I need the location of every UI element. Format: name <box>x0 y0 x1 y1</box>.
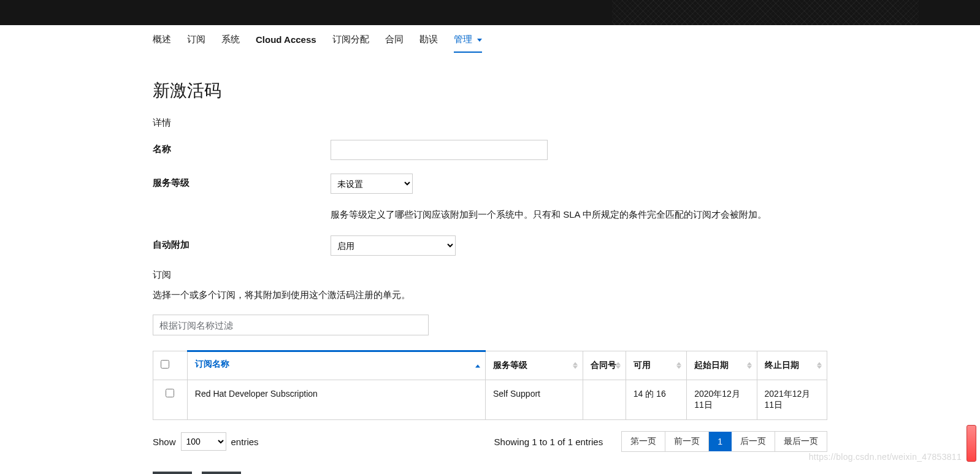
subscriptions-description: 选择一个或多个订阅，将其附加到使用这个激活码注册的单元。 <box>153 289 827 301</box>
page-current-button[interactable]: 1 <box>709 432 732 451</box>
header-service-level[interactable]: 服务等级 <box>485 351 583 380</box>
sort-icon <box>747 362 752 369</box>
page-last-button[interactable]: 最后一页 <box>775 431 827 452</box>
entries-label: entries <box>231 437 259 447</box>
sort-icon <box>817 362 822 369</box>
nav-tab-overview[interactable]: 概述 <box>153 26 171 53</box>
sort-icon <box>475 364 480 367</box>
show-label: Show <box>153 437 176 447</box>
entries-info: Showing 1 to 1 of 1 entries <box>494 437 603 447</box>
cell-subscription-name: Red Hat Developer Subscription <box>187 380 485 420</box>
subscriptions-heading: 订阅 <box>153 269 827 281</box>
nav-tab-contracts[interactable]: 合同 <box>385 26 404 53</box>
subscription-filter-input[interactable] <box>153 315 429 335</box>
cancel-button[interactable]: 取消 <box>202 472 241 474</box>
auto-attach-label: 自动附加 <box>153 235 331 251</box>
top-banner <box>0 0 980 25</box>
service-level-label: 服务等级 <box>153 174 331 189</box>
page-first-button[interactable]: 第一页 <box>621 431 665 452</box>
header-checkbox-cell <box>153 351 188 380</box>
sort-icon <box>616 362 621 369</box>
nav-tab-manage[interactable]: 管理 <box>454 26 482 53</box>
cell-end-date: 2021年12月11日 <box>757 380 827 420</box>
nav-tab-cloud-access[interactable]: Cloud Access <box>256 27 316 52</box>
auto-attach-select[interactable]: 启用 <box>331 235 456 256</box>
nav-tab-errata[interactable]: 勘误 <box>419 26 438 53</box>
paginator: 第一页 前一页 1 后一页 最后一页 <box>621 431 827 452</box>
sort-icon <box>573 362 578 369</box>
header-contract-label: 合同号 <box>591 360 616 370</box>
create-button[interactable]: 创建 <box>153 472 192 474</box>
header-start-date-label: 起始日期 <box>694 360 729 370</box>
nav-tabs: 概述 订阅 系统 Cloud Access 订阅分配 合同 勘误 管理 <box>153 25 827 55</box>
page-size-control: Show 100 entries <box>153 432 259 451</box>
table-row: Red Hat Developer Subscription Self Supp… <box>153 380 827 420</box>
subscriptions-table: 订阅名称 服务等级 合同号 可用 <box>153 350 827 420</box>
header-available-label: 可用 <box>634 360 651 370</box>
row-checkbox-cell <box>153 380 188 420</box>
name-input[interactable] <box>331 140 548 160</box>
service-level-select[interactable]: 未设置 <box>331 174 413 194</box>
header-end-date[interactable]: 终止日期 <box>757 351 827 380</box>
details-heading: 详情 <box>153 117 827 129</box>
header-available[interactable]: 可用 <box>626 351 686 380</box>
chevron-down-icon <box>477 39 482 42</box>
cell-service-level: Self Support <box>485 380 583 420</box>
page-size-select[interactable]: 100 <box>181 432 226 451</box>
cell-contract <box>583 380 626 420</box>
service-level-help: 服务等级定义了哪些订阅应该附加到一个系统中。只有和 SLA 中所规定的条件完全匹… <box>331 207 827 222</box>
header-subscription-name-label: 订阅名称 <box>195 359 229 369</box>
nav-tab-sub-allocation[interactable]: 订阅分配 <box>332 26 369 53</box>
page-next-button[interactable]: 后一页 <box>732 431 775 452</box>
header-start-date[interactable]: 起始日期 <box>687 351 757 380</box>
page-title: 新激活码 <box>153 79 827 102</box>
header-subscription-name[interactable]: 订阅名称 <box>187 351 485 380</box>
nav-tab-manage-label: 管理 <box>454 34 472 44</box>
scroll-indicator <box>967 425 976 462</box>
row-checkbox[interactable] <box>166 389 174 397</box>
cell-start-date: 2020年12月11日 <box>687 380 757 420</box>
cell-available: 14 的 16 <box>626 380 686 420</box>
header-contract[interactable]: 合同号 <box>583 351 626 380</box>
name-label: 名称 <box>153 140 331 155</box>
nav-tab-subscriptions[interactable]: 订阅 <box>187 26 205 53</box>
nav-tab-systems[interactable]: 系统 <box>221 26 240 53</box>
page-prev-button[interactable]: 前一页 <box>665 431 709 452</box>
header-end-date-label: 终止日期 <box>765 360 799 370</box>
sort-icon <box>676 362 681 369</box>
header-service-level-label: 服务等级 <box>493 360 527 370</box>
select-all-checkbox[interactable] <box>161 360 169 369</box>
